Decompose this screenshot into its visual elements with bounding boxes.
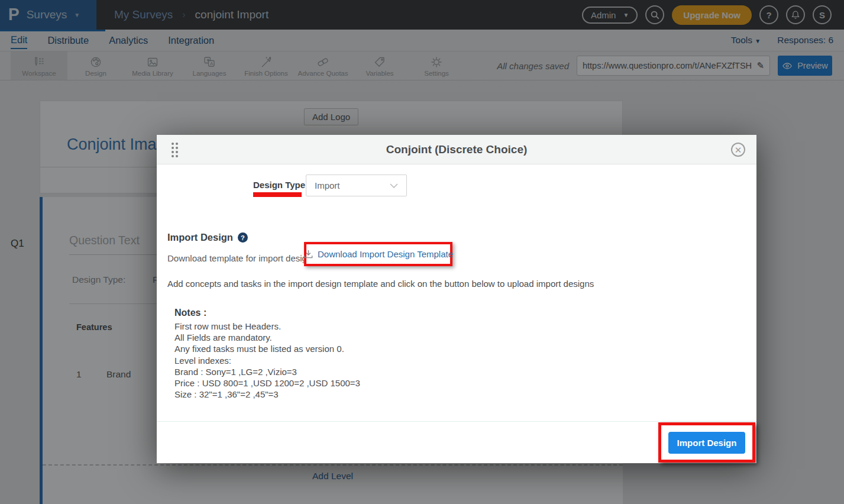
import-design-button[interactable]: Import Design: [668, 432, 745, 454]
questionpro-app: P Surveys ▼ My Surveys › conjoint Import…: [0, 0, 844, 504]
help-glyph: ?: [241, 234, 245, 241]
drag-handle-icon[interactable]: [172, 143, 178, 157]
chevron-down-icon: [390, 183, 398, 188]
modal-header: Conjoint (Discrete Choice) ✕: [157, 135, 756, 164]
design-type-red-annotation: [253, 192, 302, 197]
modal-title: Conjoint (Discrete Choice): [386, 143, 528, 156]
note-line: Size : 32"=1 ,36"=2 ,45"=3: [174, 389, 279, 399]
note-line: All Fields are mandatory.: [174, 332, 272, 343]
close-glyph: ✕: [735, 146, 742, 154]
modal-footer-divider: [157, 421, 756, 422]
download-template-prompt: Download template for import design: [167, 253, 312, 263]
notes-title: Notes :: [174, 308, 206, 318]
download-link-red-annotation: Download Import Design Template: [304, 242, 452, 266]
note-line: Level indexes:: [174, 356, 231, 366]
download-template-link[interactable]: Download Import Design Template: [318, 249, 453, 259]
import-design-heading-text: Import Design: [167, 232, 233, 243]
design-type-select[interactable]: Import: [306, 175, 407, 196]
import-button-red-annotation: Import Design: [658, 422, 755, 463]
note-line: Any fixed tasks must be listed as versio…: [174, 344, 344, 354]
conjoint-settings-modal: Conjoint (Discrete Choice) ✕ Design Type…: [157, 135, 756, 463]
note-line: Brand : Sony=1 ,LG=2 ,Vizio=3: [174, 367, 297, 377]
import-design-heading: Import Design ?: [167, 232, 248, 243]
help-circle-icon[interactable]: ?: [238, 232, 248, 243]
download-icon: [303, 249, 313, 259]
close-icon[interactable]: ✕: [731, 143, 745, 157]
note-line: First row must be Headers.: [174, 321, 281, 331]
import-instructions: Add concepts and tasks in the import des…: [167, 279, 594, 289]
note-line: Price : USD 800=1 ,USD 1200=2 ,USD 1500=…: [174, 378, 360, 388]
design-type-selected-value: Import: [315, 180, 390, 190]
modal-design-type-label: Design Type: [253, 180, 305, 190]
